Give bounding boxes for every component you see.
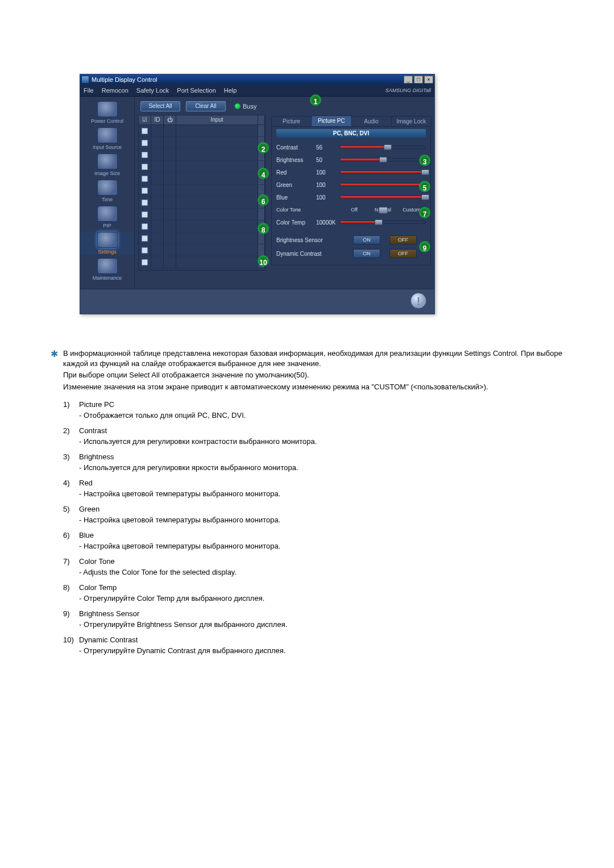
row-checkbox[interactable]	[142, 235, 148, 242]
callout-9: 9	[419, 241, 430, 252]
note-item: 4)Red	[63, 479, 566, 487]
close-button[interactable]: ×	[424, 76, 433, 84]
table-row[interactable]	[139, 125, 265, 137]
table-row[interactable]	[139, 185, 265, 197]
note-item: 9)Brightness Sensor	[63, 609, 566, 618]
note-number: 4)	[63, 479, 79, 487]
sidebar-item-image-size[interactable]: Image Size	[80, 153, 134, 176]
tab-image-lock[interactable]: Image Lock	[391, 116, 432, 126]
note-item: 5)Green	[63, 505, 566, 513]
busy-label: Busy	[243, 103, 256, 110]
col-power-icon: ⏻	[164, 115, 176, 124]
note-desc: - Настройка цветовой температуры выбранн…	[63, 489, 566, 498]
menu-port-selection[interactable]: Port Selection	[177, 87, 215, 94]
callout-5: 5	[419, 181, 430, 192]
row-checkbox[interactable]	[142, 176, 148, 182]
note-title: Brightness	[79, 452, 566, 461]
note-desc: - Adjusts the Color Tone for the selecte…	[63, 568, 566, 576]
table-row[interactable]	[139, 173, 265, 185]
dynamic-contrast-on[interactable]: ON	[353, 249, 380, 258]
brightness-sensor-row: Brightness Sensor ON OFF	[276, 233, 426, 247]
row-checkbox[interactable]	[142, 223, 148, 230]
table-row[interactable]	[139, 256, 265, 268]
row-checkbox[interactable]	[142, 128, 148, 134]
table-row[interactable]	[139, 161, 265, 173]
sidebar-item-power-control[interactable]: Power Control	[80, 101, 134, 124]
row-checkbox[interactable]	[142, 211, 148, 218]
table-row[interactable]	[139, 244, 265, 256]
brightness-sensor-on[interactable]: ON	[353, 235, 380, 244]
maintenance-icon	[97, 258, 118, 274]
sidebar-item-pip[interactable]: PIP	[80, 206, 134, 229]
callout-8: 8	[258, 223, 269, 234]
tone-off[interactable]: Off	[340, 207, 368, 213]
busy-led-icon	[235, 103, 240, 109]
settings-panel: Picture Picture PC Audio Image Lock PC, …	[271, 115, 431, 271]
slider-blue[interactable]: Blue 100	[276, 191, 426, 203]
color-tone-selector[interactable]: Color Tone Off Normal Custom	[276, 203, 426, 216]
note-paragraph: В информационной таблице представлена не…	[63, 348, 566, 369]
note-item: 1)Picture PC	[63, 400, 566, 409]
tab-audio[interactable]: Audio	[351, 116, 392, 126]
slider-brightness[interactable]: Brightness 50	[276, 153, 426, 166]
tone-normal[interactable]: Normal	[368, 207, 397, 213]
slider-contrast[interactable]: Contrast 56	[276, 141, 426, 153]
row-checkbox[interactable]	[142, 164, 148, 170]
note-number: 9)	[63, 609, 79, 618]
note-item: 10)Dynamic Contrast	[63, 636, 566, 644]
note-number: 6)	[63, 531, 79, 539]
row-checkbox[interactable]	[142, 247, 148, 254]
note-title: Contrast	[79, 426, 566, 435]
dynamic-contrast-off[interactable]: OFF	[389, 249, 417, 258]
row-checkbox[interactable]	[142, 259, 148, 265]
note-title: Green	[79, 505, 566, 513]
mode-indicator: PC, BNC, DVI	[276, 129, 426, 138]
select-all-button[interactable]: Select All	[140, 101, 180, 111]
col-input: Input	[176, 115, 258, 124]
note-item: 3)Brightness	[63, 452, 566, 461]
note-title: Blue	[79, 531, 566, 539]
note-title: Red	[79, 479, 566, 487]
row-checkbox[interactable]	[142, 152, 148, 158]
slider-green[interactable]: Green 100	[276, 178, 426, 191]
display-grid: ☑ ID ⏻ Input	[138, 115, 265, 271]
table-row[interactable]	[139, 221, 265, 232]
callout-10: 10	[258, 255, 269, 267]
brightness-sensor-off[interactable]: OFF	[389, 235, 417, 244]
window-title: Multiple Display Control	[92, 76, 403, 83]
note-number: 1)	[63, 400, 79, 409]
tab-picture-pc[interactable]: Picture PC	[311, 115, 351, 126]
minimize-button[interactable]: _	[404, 76, 413, 84]
note-desc: - Используется для регулировки яркости в…	[63, 463, 566, 472]
table-row[interactable]	[139, 197, 265, 209]
clear-all-button[interactable]: Clear All	[186, 101, 226, 111]
note-number: 3)	[63, 452, 79, 461]
callout-2: 2	[258, 142, 269, 153]
info-icon: !	[410, 293, 426, 309]
sidebar-item-time[interactable]: Time	[80, 180, 134, 202]
sidebar-item-input-source[interactable]: Input Source	[80, 127, 134, 150]
table-row[interactable]	[139, 149, 265, 161]
tab-picture[interactable]: Picture	[271, 116, 312, 126]
note-number: 2)	[63, 426, 79, 435]
note-desc: - Отрегулируйте Color Temp для выбранног…	[63, 594, 566, 603]
note-paragraph: Изменение значения на этом экране привод…	[63, 382, 566, 392]
callout-4: 4	[258, 168, 269, 179]
slider-color-temp[interactable]: Color Temp 10000K	[276, 216, 426, 229]
menu-safety-lock[interactable]: Safety Lock	[136, 87, 169, 94]
sidebar-item-settings[interactable]: Settings	[80, 232, 134, 255]
sidebar-item-maintenance[interactable]: Maintenance	[80, 258, 134, 281]
table-row[interactable]	[139, 137, 265, 149]
maximize-button[interactable]: □	[414, 76, 423, 84]
slider-red[interactable]: Red 100	[276, 166, 426, 178]
menu-remocon[interactable]: Remocon	[102, 87, 128, 94]
table-row[interactable]	[139, 232, 265, 244]
row-checkbox[interactable]	[142, 200, 148, 206]
menu-file[interactable]: File	[84, 87, 94, 94]
pip-icon	[97, 206, 118, 222]
row-checkbox[interactable]	[142, 140, 148, 146]
app-window: Multiple Display Control _ □ × File Remo…	[80, 74, 435, 314]
row-checkbox[interactable]	[142, 188, 148, 194]
menu-help[interactable]: Help	[224, 87, 237, 94]
table-row[interactable]	[139, 209, 265, 221]
